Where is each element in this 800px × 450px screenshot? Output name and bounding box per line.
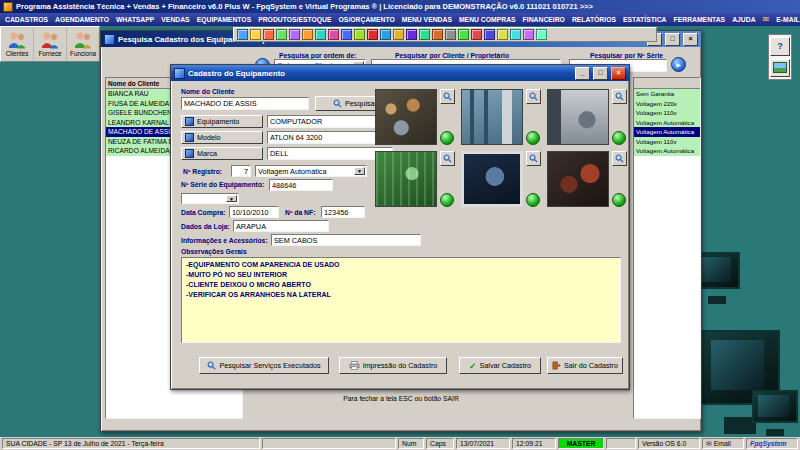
- toolbar-icon[interactable]: [536, 29, 547, 40]
- equipment-photo[interactable]: [547, 151, 609, 207]
- toolbar-icon[interactable]: [497, 29, 508, 40]
- menu-estatistica[interactable]: ESTATÍSTICA: [623, 16, 667, 23]
- client-name-field[interactable]: MACHADO DE ASSIS: [181, 97, 309, 110]
- toolbar-icon[interactable]: [458, 29, 469, 40]
- toolbar-icon[interactable]: [302, 29, 313, 40]
- minimize-button[interactable]: _: [575, 67, 590, 80]
- help-button[interactable]: ?: [770, 37, 790, 56]
- photo-zoom-button[interactable]: [440, 151, 455, 166]
- menu-produtos-estoque[interactable]: PRODUTOS/ESTOQUE: [258, 16, 331, 23]
- toolbar-icon[interactable]: [380, 29, 391, 40]
- serial-search-button[interactable]: ▶: [671, 57, 686, 72]
- grid-cell[interactable]: Sem Garantia: [634, 89, 700, 99]
- obs-textarea[interactable]: -EQUIPAMENTO COM APARENCIA DE USADO -MUI…: [181, 257, 621, 343]
- print-button[interactable]: Impressão do Cadastro: [339, 357, 447, 374]
- statusbar: SUA CIDADE - SP 13 de Julho de 2021 - Te…: [0, 437, 800, 450]
- aux-combo[interactable]: ▼: [181, 193, 239, 204]
- services-button[interactable]: Pesquisar Serviços Executados: [199, 357, 329, 374]
- status-brand[interactable]: FpqSystem: [746, 438, 798, 449]
- voltage-combo[interactable]: Voltagem Automática ▼: [255, 165, 367, 177]
- photo-load-button[interactable]: [612, 193, 626, 207]
- menu-menu-vendas[interactable]: MENU VENDAS: [402, 16, 452, 23]
- menu-ferramentas[interactable]: FERRAMENTAS: [674, 16, 726, 23]
- photo-cell: [547, 89, 631, 145]
- toolbar-icon[interactable]: [289, 29, 300, 40]
- grid-cell[interactable]: Voltagem Automática: [634, 146, 700, 156]
- menu-menu-compras[interactable]: MENU COMPRAS: [459, 16, 516, 23]
- photo-zoom-button[interactable]: [526, 89, 541, 104]
- toolbar-icon[interactable]: [276, 29, 287, 40]
- photo-load-button[interactable]: [440, 131, 454, 145]
- toolbar-icon[interactable]: [471, 29, 482, 40]
- exit-door-icon: [552, 361, 561, 370]
- toolbar-icon[interactable]: [315, 29, 326, 40]
- menu-financeiro[interactable]: FINANCEIRO: [523, 16, 565, 23]
- photo-load-button[interactable]: [612, 131, 626, 145]
- store-field[interactable]: ARAPUA: [233, 220, 329, 232]
- serial-field[interactable]: 488646: [269, 179, 333, 191]
- save-button[interactable]: ✓ Salvar Cadastro: [459, 357, 541, 374]
- toolbar-icon[interactable]: [510, 29, 521, 40]
- menu-relatorios[interactable]: RELATÓRIOS: [572, 16, 616, 23]
- menu-cadastros[interactable]: CADASTROS: [5, 16, 48, 23]
- clientes-label: Clientes: [6, 50, 29, 57]
- equipamento-button[interactable]: Equipamento: [181, 115, 263, 128]
- menu-ajuda[interactable]: AJUDA: [732, 16, 755, 23]
- toolbar-icon[interactable]: [406, 29, 417, 40]
- grid-cell[interactable]: Voltagem 110v: [634, 108, 700, 118]
- equipment-photo[interactable]: [461, 89, 523, 145]
- toolbar-icon[interactable]: [419, 29, 430, 40]
- nf-field[interactable]: 123456: [321, 206, 365, 218]
- photo-zoom-button[interactable]: [612, 89, 627, 104]
- toolbar-icon[interactable]: [250, 29, 261, 40]
- photo-zoom-button[interactable]: [440, 89, 455, 104]
- menu-equipamentos[interactable]: EQUIPAMENTOS: [197, 16, 252, 23]
- toolbar-icon[interactable]: [432, 29, 443, 40]
- funcionarios-button[interactable]: Funciona: [67, 27, 99, 61]
- toolbar-icon[interactable]: [393, 29, 404, 40]
- equipment-photo[interactable]: [375, 151, 437, 207]
- purchase-date-field[interactable]: 10/10/2010: [229, 206, 279, 218]
- photo-load-button[interactable]: [526, 193, 540, 207]
- fornecedores-button[interactable]: Fornece: [34, 27, 67, 61]
- toolbar-icon[interactable]: [354, 29, 365, 40]
- close-button[interactable]: ×: [683, 33, 698, 46]
- menu-os-orcamento[interactable]: OS/ORÇAMENTO: [339, 16, 395, 23]
- toolbar-icon[interactable]: [328, 29, 339, 40]
- clientes-button[interactable]: Clientes: [1, 27, 34, 61]
- photo-zoom-button[interactable]: [526, 151, 541, 166]
- status-email[interactable]: ✉ Email: [702, 438, 744, 449]
- modelo-button[interactable]: Modelo: [181, 131, 263, 144]
- toolbar-icon[interactable]: [263, 29, 274, 40]
- equipment-photo[interactable]: [547, 89, 609, 145]
- grid-cell-selected[interactable]: Voltagem Automática: [634, 127, 700, 137]
- toolbar-icon[interactable]: [341, 29, 352, 40]
- toolbar-icon[interactable]: [445, 29, 456, 40]
- maximize-button[interactable]: □: [665, 33, 680, 46]
- gallery-button[interactable]: [770, 59, 790, 78]
- maximize-button[interactable]: □: [593, 67, 608, 80]
- menu-agendamento[interactable]: AGENDAMENTO: [55, 16, 109, 23]
- toolbar-icon[interactable]: [237, 29, 248, 40]
- dropdown-arrow-icon[interactable]: ▼: [226, 195, 237, 202]
- marca-button[interactable]: Marca: [181, 147, 263, 160]
- registry-field[interactable]: 7: [231, 165, 251, 177]
- menu-email[interactable]: E-MAIL: [776, 16, 799, 23]
- grid-cell[interactable]: Voltagem 220v: [634, 99, 700, 109]
- photo-zoom-button[interactable]: [612, 151, 627, 166]
- grid-cell[interactable]: Voltagem Automática: [634, 118, 700, 128]
- accessories-field[interactable]: SEM CABOS: [271, 234, 421, 246]
- photo-load-button[interactable]: [440, 193, 454, 207]
- toolbar-icon[interactable]: [523, 29, 534, 40]
- close-button[interactable]: ×: [611, 67, 626, 80]
- photo-load-button[interactable]: [526, 131, 540, 145]
- equipment-photo[interactable]: [461, 151, 523, 207]
- toolbar-icon[interactable]: [484, 29, 495, 40]
- dropdown-arrow-icon[interactable]: ▼: [354, 167, 365, 175]
- grid-cell[interactable]: Voltagem 110v: [634, 137, 700, 147]
- exit-button[interactable]: Sair do Cadastro: [547, 357, 623, 374]
- toolbar-icon[interactable]: [367, 29, 378, 40]
- menu-vendas[interactable]: VENDAS: [161, 16, 189, 23]
- menu-whatsapp[interactable]: WHATSAPP: [116, 16, 154, 23]
- equipment-photo[interactable]: [375, 89, 437, 145]
